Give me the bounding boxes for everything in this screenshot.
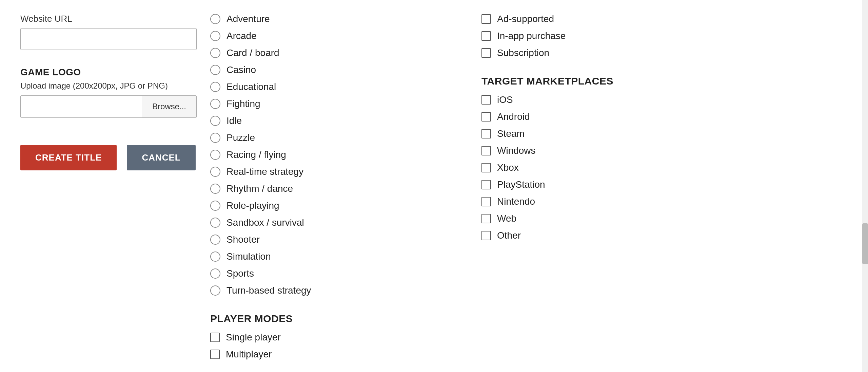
genre-label: Idle xyxy=(226,115,242,126)
marketplace-item[interactable]: Other xyxy=(481,230,834,241)
marketplace-label: Windows xyxy=(497,145,536,156)
genre-item[interactable]: Idle xyxy=(210,115,461,126)
genre-label: Fighting xyxy=(226,98,260,109)
marketplace-label: PlayStation xyxy=(497,179,545,190)
marketplace-label: Other xyxy=(497,230,521,241)
checkbox-icon xyxy=(481,48,491,58)
genre-label: Simulation xyxy=(226,251,271,262)
radio-icon xyxy=(210,48,220,58)
genre-item[interactable]: Shooter xyxy=(210,234,461,245)
checkbox-icon xyxy=(481,95,491,105)
monetization-item[interactable]: Ad-supported xyxy=(481,14,834,24)
genre-item[interactable]: Adventure xyxy=(210,14,461,24)
genre-item[interactable]: Casino xyxy=(210,64,461,75)
genre-item[interactable]: Sandbox / survival xyxy=(210,217,461,228)
genre-item[interactable]: Fighting xyxy=(210,98,461,109)
genre-item[interactable]: Puzzle xyxy=(210,132,461,143)
marketplace-label: iOS xyxy=(497,94,513,105)
website-url-label: Website URL xyxy=(20,14,197,24)
checkbox-icon xyxy=(481,197,491,206)
radio-icon xyxy=(210,184,220,194)
radio-icon xyxy=(210,31,220,41)
checkbox-icon xyxy=(481,31,491,41)
genre-item[interactable]: Arcade xyxy=(210,31,461,41)
genre-item[interactable]: Sports xyxy=(210,268,461,279)
genre-label: Sports xyxy=(226,268,254,279)
player-mode-label: Multiplayer xyxy=(226,349,272,360)
genre-label: Arcade xyxy=(226,31,257,41)
genre-item[interactable]: Card / board xyxy=(210,48,461,58)
genre-item[interactable]: Educational xyxy=(210,81,461,92)
genre-label: Shooter xyxy=(226,234,260,245)
file-input-row: Browse... xyxy=(20,95,197,118)
genre-label: Turn-based strategy xyxy=(226,285,311,296)
radio-icon xyxy=(210,99,220,109)
genre-item[interactable]: Simulation xyxy=(210,251,461,262)
right-column: Ad-supportedIn-app purchaseSubscription … xyxy=(481,14,848,366)
radio-icon xyxy=(210,252,220,262)
cancel-button[interactable]: CANCEL xyxy=(127,145,195,170)
player-mode-label: Single player xyxy=(226,332,281,343)
scroll-thumb[interactable] xyxy=(862,223,868,264)
radio-icon xyxy=(210,82,220,92)
player-mode-item[interactable]: Single player xyxy=(210,332,461,343)
genre-label: Casino xyxy=(226,64,256,75)
marketplace-item[interactable]: Web xyxy=(481,213,834,224)
monetization-label: Ad-supported xyxy=(497,14,554,24)
genre-label: Educational xyxy=(226,81,276,92)
genre-label: Puzzle xyxy=(226,132,255,143)
checkbox-icon xyxy=(481,163,491,172)
marketplace-item[interactable]: iOS xyxy=(481,94,834,105)
genre-list: AdventureArcadeCard / boardCasinoEducati… xyxy=(210,14,461,296)
genre-item[interactable]: Turn-based strategy xyxy=(210,285,461,296)
website-url-input[interactable] xyxy=(20,28,197,50)
checkbox-icon xyxy=(481,146,491,155)
marketplace-item[interactable]: Windows xyxy=(481,145,834,156)
radio-icon xyxy=(210,65,220,75)
bottom-actions: CREATE TITLE CANCEL xyxy=(20,145,197,170)
checkbox-icon xyxy=(481,129,491,138)
radio-icon xyxy=(210,218,220,228)
radio-icon xyxy=(210,285,220,296)
player-mode-item[interactable]: Multiplayer xyxy=(210,349,461,360)
genre-label: Racing / flying xyxy=(226,149,286,160)
radio-icon xyxy=(210,133,220,143)
genre-item[interactable]: Racing / flying xyxy=(210,149,461,160)
monetization-list: Ad-supportedIn-app purchaseSubscription xyxy=(481,14,834,58)
file-path-input[interactable] xyxy=(21,96,142,117)
genre-label: Rhythm / dance xyxy=(226,183,293,194)
checkbox-icon xyxy=(481,180,491,189)
target-marketplaces-title: TARGET MARKETPLACES xyxy=(481,75,834,87)
browse-button[interactable]: Browse... xyxy=(142,96,196,117)
marketplace-label: Nintendo xyxy=(497,196,535,207)
monetization-label: Subscription xyxy=(497,48,549,58)
marketplace-label: Steam xyxy=(497,128,525,139)
genre-item[interactable]: Real-time strategy xyxy=(210,166,461,177)
scrollbar[interactable] xyxy=(862,0,868,372)
genre-item[interactable]: Role-playing xyxy=(210,200,461,211)
checkbox-icon xyxy=(481,231,491,240)
genre-label: Card / board xyxy=(226,48,279,58)
monetization-item[interactable]: In-app purchase xyxy=(481,31,834,41)
marketplace-item[interactable]: Android xyxy=(481,111,834,122)
genre-label: Role-playing xyxy=(226,200,279,211)
radio-icon xyxy=(210,268,220,279)
game-logo-title: GAME LOGO xyxy=(20,67,197,78)
marketplace-item[interactable]: Nintendo xyxy=(481,196,834,207)
genre-label: Adventure xyxy=(226,14,270,24)
checkbox-icon xyxy=(481,14,491,24)
genre-item[interactable]: Rhythm / dance xyxy=(210,183,461,194)
marketplace-item[interactable]: Xbox xyxy=(481,162,834,173)
create-title-button[interactable]: CREATE TITLE xyxy=(20,145,117,170)
radio-icon xyxy=(210,150,220,160)
marketplace-label: Web xyxy=(497,213,516,224)
monetization-item[interactable]: Subscription xyxy=(481,48,834,58)
radio-icon xyxy=(210,235,220,245)
marketplace-label: Android xyxy=(497,111,530,122)
marketplace-item[interactable]: PlayStation xyxy=(481,179,834,190)
genre-label: Real-time strategy xyxy=(226,166,303,177)
checkbox-icon xyxy=(210,333,220,342)
marketplace-label: Xbox xyxy=(497,162,519,173)
marketplace-item[interactable]: Steam xyxy=(481,128,834,139)
monetization-label: In-app purchase xyxy=(497,31,566,41)
